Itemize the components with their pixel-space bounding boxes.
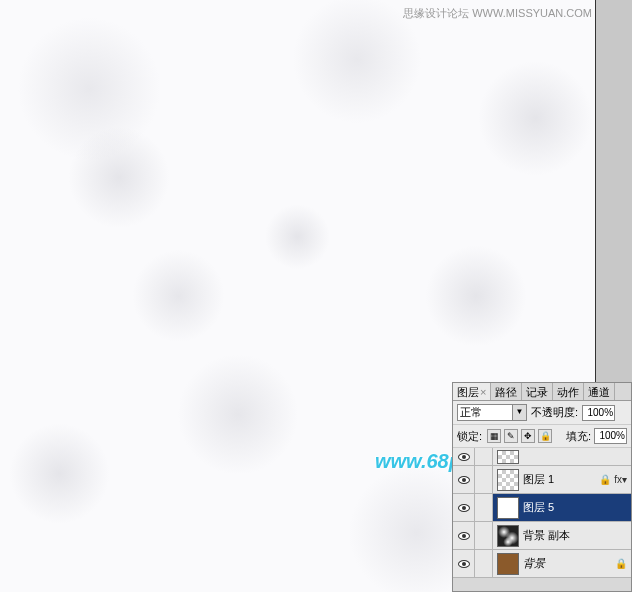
eye-icon xyxy=(458,532,470,540)
lock-position-icon[interactable]: ✥ xyxy=(521,429,535,443)
layer-thumbnail[interactable] xyxy=(497,553,519,575)
layer-thumbnail[interactable] xyxy=(497,469,519,491)
visibility-toggle[interactable] xyxy=(453,448,475,465)
panel-tabs: 图层× 路径 记录 动作 通道 xyxy=(453,383,631,401)
eye-icon xyxy=(458,504,470,512)
fill-label: 填充: xyxy=(566,429,591,444)
layer-name[interactable]: 背景 xyxy=(523,556,615,571)
layer-thumbnail[interactable] xyxy=(497,525,519,547)
layer-thumbnail[interactable] xyxy=(497,497,519,519)
blend-mode-row: 正常 ▼ 不透明度: 100% xyxy=(453,401,631,425)
eye-icon xyxy=(458,560,470,568)
eye-icon xyxy=(458,476,470,484)
fx-icon[interactable]: fx▾ xyxy=(614,474,627,485)
layer-name[interactable]: 背景 副本 xyxy=(523,528,631,543)
link-cell[interactable] xyxy=(475,550,493,577)
layer-row-bgcopy[interactable]: 背景 副本 xyxy=(453,522,631,550)
tab-history[interactable]: 记录 xyxy=(522,383,553,400)
layer-name[interactable]: 图层 5 xyxy=(523,500,631,515)
dropdown-arrow-icon: ▼ xyxy=(512,405,526,420)
layer-thumbnail[interactable] xyxy=(497,450,519,464)
visibility-toggle[interactable] xyxy=(453,466,475,493)
layers-panel: 图层× 路径 记录 动作 通道 正常 ▼ 不透明度: 100% 锁定: ▦ ✎ … xyxy=(452,382,632,592)
link-cell[interactable] xyxy=(475,494,493,521)
opacity-label: 不透明度: xyxy=(531,405,578,420)
watermark-forum: 思缘设计论坛 WWW.MISSYUAN.COM xyxy=(403,6,592,21)
blend-mode-select[interactable]: 正常 ▼ xyxy=(457,404,527,421)
opacity-input[interactable]: 100% xyxy=(582,405,615,421)
tab-channels[interactable]: 通道 xyxy=(584,383,615,400)
layer-name[interactable]: 图层 1 xyxy=(523,472,599,487)
lock-transparency-icon[interactable]: ▦ xyxy=(487,429,501,443)
visibility-toggle[interactable] xyxy=(453,522,475,549)
lock-label: 锁定: xyxy=(457,429,482,444)
tab-paths[interactable]: 路径 xyxy=(491,383,522,400)
layer-badges: 🔒 xyxy=(615,558,631,569)
link-cell[interactable] xyxy=(475,448,493,465)
lock-icon: 🔒 xyxy=(599,474,611,485)
visibility-toggle[interactable] xyxy=(453,550,475,577)
layers-list: 图层 1 🔒 fx▾ 图层 5 背景 副本 背景 🔒 xyxy=(453,448,631,591)
tab-actions[interactable]: 动作 xyxy=(553,383,584,400)
lock-icon: 🔒 xyxy=(615,558,627,569)
lock-paint-icon[interactable]: ✎ xyxy=(504,429,518,443)
fill-input[interactable]: 100% xyxy=(594,428,627,444)
layer-row-1[interactable]: 图层 1 🔒 fx▾ xyxy=(453,466,631,494)
link-cell[interactable] xyxy=(475,522,493,549)
link-cell[interactable] xyxy=(475,466,493,493)
lock-all-icon[interactable]: 🔒 xyxy=(538,429,552,443)
tab-layers[interactable]: 图层× xyxy=(453,383,491,400)
layer-badges: 🔒 fx▾ xyxy=(599,474,631,485)
lock-row: 锁定: ▦ ✎ ✥ 🔒 填充: 100% xyxy=(453,425,631,448)
layer-row-selected[interactable]: 图层 5 xyxy=(453,494,631,522)
layer-row-partial[interactable] xyxy=(453,448,631,466)
visibility-toggle[interactable] xyxy=(453,494,475,521)
eye-icon xyxy=(458,453,470,461)
layer-row-bg[interactable]: 背景 🔒 xyxy=(453,550,631,578)
